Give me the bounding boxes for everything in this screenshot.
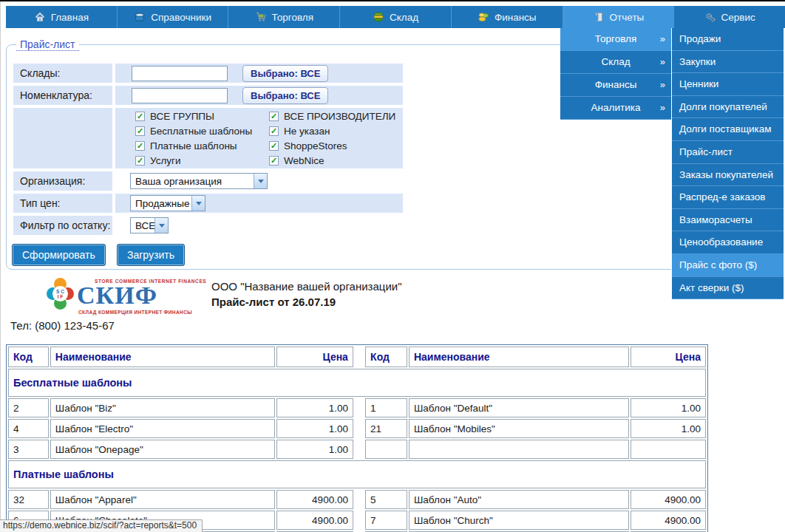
menu-item-purchases[interactable]: Закупки [672,51,784,74]
column-header: Код [365,347,407,367]
code-cell: 4 [8,419,49,438]
stock-filter-select-value: ВСЕ [131,220,154,231]
section-row: Бесплатные шаблоны [8,369,706,397]
warehouses-label: Склады: [13,64,112,83]
nomenclature-input[interactable] [132,88,228,103]
price-cell: 4900.00 [631,490,706,509]
logo-wordmark: СКИФ [77,283,157,308]
stock-filter-select[interactable]: ВСЕ [130,217,169,233]
checkbox-checked-icon[interactable]: ✓ [269,141,279,151]
menu-item-debts-buyers[interactable]: Долги покупателей [672,96,784,119]
submenu-arrow-icon: » [660,97,665,119]
table-row: 2Шаблон "Biz"1.001Шаблон "Default"1.00 [8,398,706,417]
code-cell: 5 [365,490,407,509]
warehouses-input[interactable] [132,66,228,81]
checkbox-checked-icon[interactable]: ✓ [269,126,279,136]
main-menu-bar: ГлавнаяСправочникиТорговляСкладФинансыОт… [6,6,785,28]
manufacturer-checkbox-item[interactable]: ✓Не указан [269,123,403,138]
menu-item-price-list[interactable]: Прайс-лист [672,141,784,164]
table-row: 3Шаблон "Onepage"1.00 [8,440,706,459]
checkbox-checked-icon[interactable]: ✓ [135,126,145,136]
download-button[interactable]: Загрузить [117,244,185,266]
nav-item-home[interactable]: Главная [6,6,118,28]
spacer-cell [355,398,364,417]
column-header: Наименование [409,347,629,367]
logo-bottom-caption: СКЛАД КОММЕРЦИЯ ИНТЕРНЕТ ФИНАНСЫ [78,310,192,315]
reports-menu-level1: Торговля»Склад»Финансы»Аналитика» [560,28,671,120]
checkbox-label: Услуги [150,155,181,166]
home-icon [34,11,46,23]
menu-item-buyer-orders[interactable]: Заказы покупателей [672,164,784,187]
price-cell: 4900.00 [276,490,353,509]
menu-item-order-distribution[interactable]: Распред-е заказов [672,186,784,209]
checkbox-checked-icon[interactable]: ✓ [269,156,279,166]
nav-item-label: Склад [390,12,418,23]
app-window: ГлавнаяСправочникиТорговляСкладФинансыОт… [0,0,785,532]
manufacturer-checkbox-item[interactable]: ✓ВСЕ ПРОИЗВОДИТЕЛИ [269,109,403,123]
menu-item-debts-suppliers[interactable]: Долги поставщикам [672,118,784,141]
company-name: ООО "Название вашей организации" [211,279,401,294]
code-cell: 3 [8,440,49,459]
phone-line: Тел: (800) 123-45-67 [10,319,115,332]
menu-item-sales[interactable]: Продажи [672,28,784,51]
menu-item-reconciliation-act[interactable]: Акт сверки ($) [672,277,784,300]
menu-item-finance[interactable]: Финансы» [560,74,671,97]
price-type-select[interactable]: Продажные [130,195,205,211]
manufacturer-checkbox-item[interactable]: ✓WebNice [269,153,403,168]
checkbox-checked-icon[interactable]: ✓ [135,156,145,166]
spacer-cell [355,419,364,438]
name-cell: Шаблон "Onepage" [50,440,276,459]
price-type-label: Тип цен: [13,194,112,213]
section-row: Платные шаблоны [8,460,706,488]
menu-item-trade[interactable]: Торговля» [560,28,671,51]
checkbox-label: ShoppeStores [284,140,347,151]
nomenclature-label: Номенклатура: [13,86,112,105]
nav-item-label: Торговля [272,12,313,23]
table-row: 32Шаблон "Apparel"4900.005Шаблон "Auto"4… [8,490,706,509]
name-cell: Шаблон "Auto" [409,490,629,509]
submenu-arrow-icon: » [660,28,665,50]
manufacturer-checkbox-item[interactable]: ✓ShoppeStores [269,138,403,153]
checkbox-checked-icon[interactable]: ✓ [135,141,145,151]
nav-item-service[interactable]: Сервис [674,6,785,28]
menu-item-price-tags[interactable]: Ценники [672,73,784,96]
price-type-select-value: Продажные [131,198,191,209]
nav-item-reports[interactable]: Отчеты [563,6,675,28]
chevron-down-icon [254,174,267,188]
menu-item-pricing[interactable]: Ценообразование [672,231,784,254]
menu-item-mutual-settlements[interactable]: Взаиморасчеты [672,209,784,232]
checkbox-label: WebNice [284,155,324,166]
gears-icon [704,11,716,23]
nav-item-trade[interactable]: Торговля [228,6,340,28]
code-cell: 21 [365,419,407,438]
group-checkbox-item[interactable]: ✓Услуги [135,153,269,168]
report-title: Прайс-лист от 26.07.19 [211,294,401,310]
nav-item-warehouse[interactable]: Склад [340,6,452,28]
menu-item-price-with-photo[interactable]: Прайс с фото ($) [672,254,784,277]
submenu-arrow-icon: » [660,74,665,96]
nomenclature-row: Выбрано: ВСЕ [115,86,403,105]
fieldset-legend[interactable]: Прайс-лист [16,38,79,51]
group-checkbox-item[interactable]: ✓ВСЕ ГРУППЫ [135,109,269,123]
generate-button[interactable]: Сформировать [12,244,106,266]
group-checkbox-item[interactable]: ✓Платные шаблоны [135,138,269,153]
checkbox-checked-icon[interactable]: ✓ [269,112,279,121]
menu-item-warehouse[interactable]: Склад» [560,51,671,74]
column-spacer [355,347,364,367]
warehouses-row: Выбрано: ВСЕ [115,64,403,83]
warehouses-selected-all-button[interactable]: Выбрано: ВСЕ [242,65,328,82]
organization-select[interactable]: Ваша организация [130,173,268,189]
column-header: Код [8,347,49,367]
scroll-icon [593,11,605,23]
price-list-table: КодНаименованиеЦенаКодНаименованиеЦенаБе… [6,344,708,532]
checkbox-checked-icon[interactable]: ✓ [135,112,145,121]
menu-item-analytics[interactable]: Аналитика» [560,97,671,120]
group-checkbox-item[interactable]: ✓Бесплатные шаблоны [135,123,269,138]
nomenclature-selected-all-button[interactable]: Выбрано: ВСЕ [242,87,328,104]
nav-item-finance[interactable]: Финансы [452,6,563,28]
nav-item-references[interactable]: Справочники [118,6,229,28]
name-cell: Шаблон "Apparel" [50,490,276,509]
organization-label: Организация: [13,171,112,191]
code-cell: 2 [8,398,49,417]
code-cell: 32 [8,490,49,509]
